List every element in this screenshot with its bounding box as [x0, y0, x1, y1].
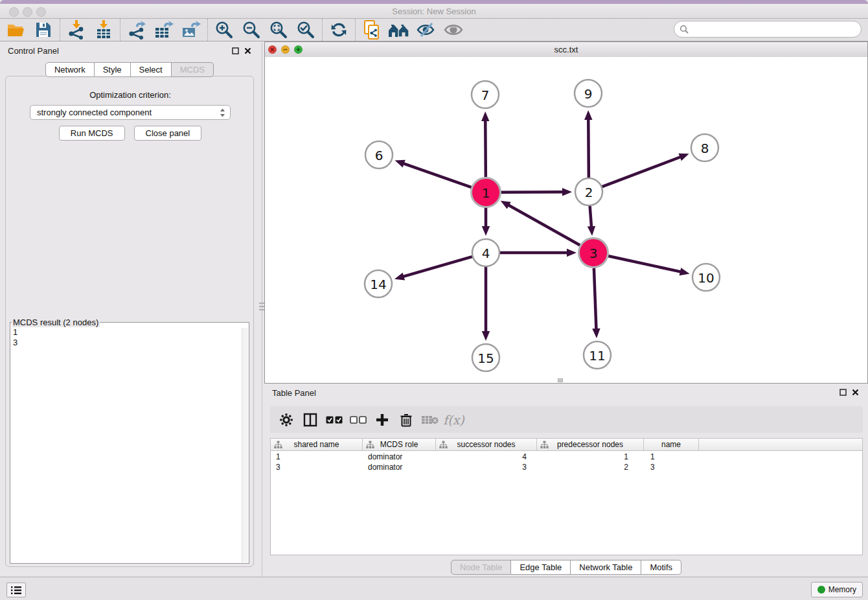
memory-status-dot [817, 586, 825, 594]
column-header-predecessor-nodes[interactable]: predecessor nodes [537, 439, 644, 450]
edge-3-1[interactable] [507, 205, 581, 246]
cell[interactable]: 1 [271, 452, 363, 462]
export-image-button[interactable] [177, 19, 205, 41]
cell[interactable]: 3 [436, 462, 537, 472]
import-network-icon [67, 20, 86, 40]
home-icon [387, 21, 411, 38]
hide-panels-button[interactable] [413, 19, 440, 41]
import-table-button[interactable] [90, 19, 117, 41]
zoom-in-button[interactable] [211, 19, 238, 41]
import-network-button[interactable] [63, 19, 90, 41]
zoom-fit-button[interactable] [265, 19, 292, 41]
criterion-select[interactable]: strongly connected component [30, 105, 231, 120]
table-header-row: shared nameMCDS rolesuccessor nodesprede… [270, 438, 863, 451]
edge-2-9[interactable] [588, 118, 589, 178]
tab-network[interactable]: Network [45, 62, 95, 77]
run-mcds-button[interactable]: Run MCDS [59, 126, 125, 141]
toolbar-separator [207, 19, 208, 41]
tab-network-table[interactable]: Network Table [571, 560, 641, 575]
cell[interactable]: 3 [644, 462, 699, 472]
network-graph[interactable]: 7968124314101511 [265, 57, 867, 383]
edge-3-10[interactable] [607, 256, 681, 272]
show-panels-button[interactable] [440, 19, 467, 41]
edge-3-11[interactable] [594, 267, 597, 330]
edge-2-3[interactable] [590, 206, 592, 228]
optimization-criterion-label: Optimization criterion: [6, 90, 255, 100]
open-session-button[interactable] [3, 19, 30, 41]
add-column-button[interactable] [370, 408, 394, 432]
memory-button[interactable]: Memory [811, 582, 863, 597]
network-canvas[interactable]: 7968124314101511 [265, 57, 867, 383]
result-scrollbar[interactable] [242, 328, 248, 562]
column-header-name[interactable]: name [644, 439, 699, 450]
cell[interactable]: 1 [644, 452, 699, 462]
edge-1-6[interactable] [402, 163, 472, 188]
cell[interactable]: 4 [436, 452, 537, 462]
float-panel-icon[interactable] [232, 47, 239, 54]
network-view-window[interactable]: scc.txt 7968124314101511 [264, 41, 868, 384]
table-row[interactable]: 1dominator411 [271, 452, 862, 462]
column-header-successor-nodes[interactable]: successor nodes [436, 439, 537, 450]
zoom-selected-button[interactable] [292, 19, 319, 41]
fx-icon: f(x) [443, 413, 464, 427]
table-settings-button[interactable] [274, 408, 298, 432]
columns-icon [303, 413, 317, 427]
edge-2-8[interactable] [602, 156, 682, 187]
node-label-3: 3 [589, 246, 598, 261]
search-input[interactable] [674, 21, 862, 38]
zoom-out-button[interactable] [238, 19, 265, 41]
table-row[interactable]: 3dominator323 [271, 462, 862, 472]
gear-icon [279, 413, 293, 427]
home-button[interactable] [385, 19, 413, 41]
tab-edge-table[interactable]: Edge Table [511, 560, 571, 575]
delete-table-button[interactable] [418, 408, 442, 432]
tab-select[interactable]: Select [131, 62, 172, 77]
tab-node-table[interactable]: Node Table [451, 560, 512, 575]
mcds-result-title: MCDS result (2 nodes) [12, 317, 100, 327]
open-folder-icon [6, 21, 26, 39]
node-label-8: 8 [701, 141, 709, 156]
cell[interactable]: dominator [363, 462, 436, 472]
document-network-icon [362, 19, 382, 40]
tab-style[interactable]: Style [95, 62, 131, 77]
control-panel-title: Control Panel [8, 46, 59, 56]
task-history-button[interactable] [6, 583, 26, 597]
show-columns-button[interactable] [298, 408, 322, 432]
deselect-all-checkbox-button[interactable] [346, 408, 370, 432]
canvas-resize-thumb[interactable] [558, 378, 563, 382]
export-table-button[interactable] [150, 19, 177, 41]
delete-table-icon [421, 414, 439, 426]
close-panel-button[interactable]: Close panel [134, 126, 202, 141]
save-session-button[interactable] [30, 19, 57, 41]
select-all-checkbox-button[interactable] [322, 408, 346, 432]
cell[interactable]: 2 [537, 462, 644, 472]
status-bar: Memory [0, 577, 868, 600]
network-overview-button[interactable] [358, 19, 385, 41]
column-header-shared-name[interactable]: shared name [271, 439, 363, 450]
mcds-result-text: 1 3 [13, 327, 17, 348]
table-tabbar: Node Table Edge Table Network Table Moti… [264, 560, 868, 575]
delete-column-button[interactable] [394, 408, 418, 432]
float-table-panel-icon[interactable] [839, 389, 847, 396]
edge-1-7[interactable] [485, 119, 486, 178]
cell[interactable]: 1 [537, 452, 644, 462]
cell[interactable]: 3 [271, 462, 363, 472]
network-window-titlebar[interactable]: scc.txt [265, 42, 867, 58]
tab-motifs[interactable]: Motifs [641, 560, 681, 575]
memory-label: Memory [828, 585, 856, 594]
node-label-7: 7 [481, 87, 490, 103]
close-table-panel-icon[interactable] [852, 389, 859, 396]
column-header-MCDS-role[interactable]: MCDS role [363, 439, 436, 450]
apply-layout-button[interactable] [325, 19, 352, 41]
tab-mcds[interactable]: MCDS [172, 62, 214, 77]
eye-icon [443, 21, 464, 38]
close-panel-icon[interactable] [244, 47, 251, 54]
export-network-button[interactable] [123, 19, 150, 41]
edge-1-2[interactable] [500, 192, 564, 192]
checked-boxes-icon [326, 415, 343, 424]
edge-arrowhead [584, 110, 592, 120]
cell[interactable]: dominator [363, 452, 436, 462]
edge-arrowhead [678, 154, 689, 161]
edge-4-14[interactable] [402, 257, 472, 277]
function-builder-button[interactable]: f(x) [442, 408, 466, 432]
